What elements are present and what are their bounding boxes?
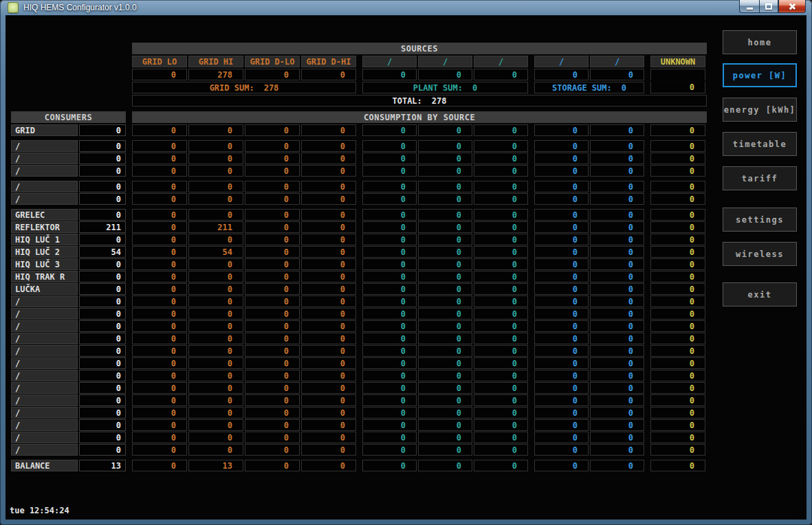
matrix-row: 0000000000 — [132, 345, 707, 357]
consumer-value: 0 — [79, 209, 126, 221]
group-separator — [646, 246, 649, 258]
consumer-row: /0 — [11, 419, 126, 431]
matrix-cell: 0 — [188, 345, 243, 357]
matrix-cell: 0 — [132, 444, 187, 456]
consumer-row: /0 — [11, 308, 126, 320]
group-separator — [358, 308, 361, 320]
matrix-cell: 0 — [474, 345, 528, 357]
group-separator — [358, 69, 361, 80]
matrix-cell: 0 — [188, 258, 243, 270]
total-label: TOTAL: — [392, 96, 421, 106]
sources-sum-row: GRID SUM:278 PLANT SUM:0 STORAGE SUM:0 0 — [132, 82, 707, 93]
group-separator — [529, 394, 533, 406]
matrix-cell: 0 — [188, 234, 243, 245]
matrix-cell: 0 — [132, 357, 187, 369]
nav-button-home[interactable]: home — [723, 30, 797, 54]
consumer-value: 0 — [79, 124, 126, 136]
consumer-row: /0 — [11, 382, 126, 394]
matrix-cell: 0 — [245, 394, 300, 406]
matrix-cell: 0 — [474, 209, 528, 221]
matrix-cell: 0 — [188, 153, 243, 164]
consumer-value: 0 — [79, 432, 126, 443]
matrix-cell: 0 — [301, 153, 356, 164]
matrix-cell: 0 — [188, 407, 243, 418]
matrix-cell: 0 — [301, 165, 356, 177]
matrix-cell: 0 — [245, 271, 300, 282]
matrix-cell: 0 — [301, 419, 356, 431]
matrix-cell: 0 — [590, 153, 644, 164]
matrix-cell: 0 — [418, 258, 472, 270]
consumer-row: /0 — [11, 320, 126, 332]
matrix-cell: 0 — [132, 181, 187, 192]
maximize-button[interactable] — [759, 0, 778, 13]
matrix-cell: 0 — [474, 165, 528, 177]
matrix-cell: 0 — [245, 382, 300, 394]
matrix-cell: 0 — [418, 246, 472, 258]
group-separator — [529, 283, 533, 295]
matrix-cell: 0 — [188, 333, 243, 344]
matrix-cell: 0 — [418, 419, 472, 431]
matrix-cell: 0 — [245, 234, 300, 245]
titlebar[interactable]: HIQ HEMS Configurator v1.0.0 — [0, 0, 812, 15]
matrix-row: 0000000000 — [132, 357, 707, 369]
matrix-cell: 0 — [534, 444, 589, 456]
group-separator — [529, 56, 533, 67]
matrix-cell: 0 — [132, 165, 187, 177]
matrix-row: 021100000000 — [132, 221, 707, 233]
group-separator — [529, 419, 533, 431]
matrix-cell: 0 — [534, 271, 589, 282]
source-value-cell: 0 — [590, 69, 644, 80]
unknown-sum-cell: 0 — [650, 82, 705, 93]
group-separator — [358, 432, 361, 443]
source-col-header: / — [590, 56, 644, 67]
matrix-cell: 0 — [418, 295, 472, 307]
consumer-value: 54 — [79, 246, 126, 258]
consumption-matrix: CONSUMPTION BY SOURCE 000000000000000000… — [132, 111, 707, 472]
group-separator — [646, 56, 649, 67]
matrix-cell: 0 — [301, 271, 356, 282]
matrix-cell: 0 — [301, 295, 356, 307]
consumer-value: 0 — [79, 320, 126, 332]
matrix-cell: 0 — [245, 193, 300, 205]
matrix-cell: 0 — [362, 444, 417, 456]
matrix-cell: 0 — [534, 357, 589, 369]
close-icon — [789, 3, 796, 10]
matrix-cell: 0 — [474, 333, 528, 344]
matrix-cell: 0 — [188, 419, 243, 431]
group-separator — [358, 320, 361, 332]
matrix-cell: 0 — [590, 140, 644, 152]
nav-button-wireless[interactable]: wireless — [723, 242, 797, 266]
group-separator — [529, 69, 533, 80]
consumer-row: /0 — [11, 394, 126, 406]
matrix-cell: 0 — [590, 444, 644, 456]
matrix-body: 0000000000000000000000000000000000000000… — [132, 124, 707, 471]
matrix-cell: 0 — [362, 283, 417, 295]
matrix-cell: 0 — [534, 124, 589, 136]
group-separator — [529, 246, 533, 258]
group-separator — [646, 394, 649, 406]
matrix-cell: 0 — [590, 382, 644, 394]
matrix-cell: 0 — [474, 181, 528, 192]
nav-button-exit[interactable]: exit — [723, 282, 797, 306]
nav-button-power-w[interactable]: power [W] — [723, 63, 797, 87]
group-separator — [529, 308, 533, 320]
matrix-cell: 0 — [132, 345, 187, 357]
close-button[interactable] — [778, 0, 806, 13]
matrix-cell: 0 — [245, 258, 300, 270]
nav-button-settings[interactable]: settings — [723, 208, 797, 232]
nav-button-tariff[interactable]: tariff — [723, 166, 797, 190]
minimize-button[interactable] — [739, 0, 759, 13]
matrix-cell: 0 — [362, 432, 417, 443]
nav-button-timetable[interactable]: timetable — [723, 132, 797, 156]
consumer-name: / — [11, 333, 78, 344]
group-separator — [529, 140, 533, 152]
group-separator — [358, 193, 361, 205]
matrix-cell: 0 — [301, 140, 356, 152]
nav-button-energy-kwh[interactable]: energy [kWh] — [723, 98, 797, 122]
matrix-row: 0000000000 — [132, 308, 707, 320]
consumer-name: HIQ LUČ 3 — [11, 258, 78, 270]
consumer-value: 0 — [79, 357, 126, 369]
group-separator — [646, 345, 649, 357]
matrix-cell: 0 — [534, 283, 589, 295]
consumer-name: HIQ LUČ 1 — [11, 234, 78, 245]
